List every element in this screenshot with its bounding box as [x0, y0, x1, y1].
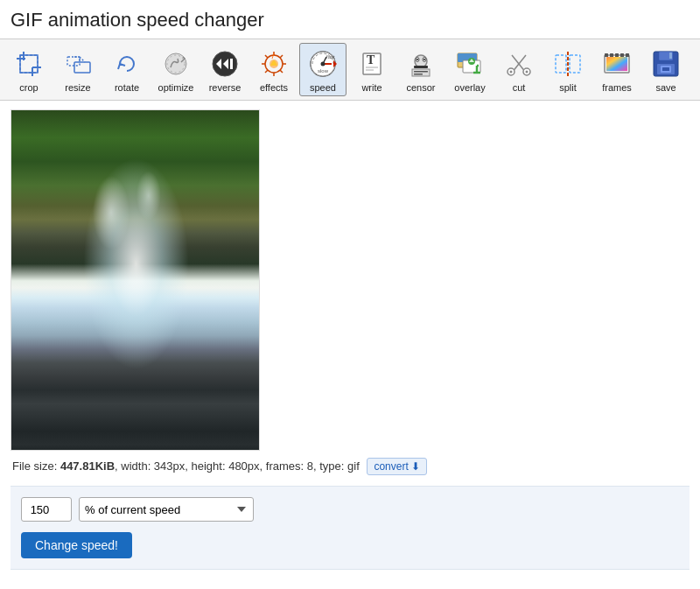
crop-icon — [12, 47, 46, 81]
svg-rect-71 — [669, 53, 672, 59]
svg-rect-6 — [67, 57, 80, 66]
optimize-icon — [159, 47, 192, 81]
resize-label: resize — [65, 82, 90, 93]
tool-write[interactable]: T write — [348, 43, 396, 96]
overlay-label: overlay — [454, 82, 485, 93]
svg-rect-65 — [610, 53, 613, 57]
overlay-icon — [453, 47, 486, 81]
resize-icon — [61, 47, 94, 81]
page-title: GIF animation speed changer — [0, 0, 700, 39]
speed-row: % of current speed % of original speed n… — [21, 497, 679, 522]
svg-rect-68 — [626, 53, 629, 57]
tool-censor[interactable]: censor — [397, 43, 444, 96]
rotate-label: rotate — [115, 82, 139, 93]
svg-rect-43 — [414, 71, 428, 73]
tool-rotate[interactable]: rotate — [103, 43, 150, 96]
svg-rect-42 — [412, 69, 430, 76]
tool-resize[interactable]: resize — [54, 43, 102, 96]
cut-icon — [502, 47, 536, 81]
svg-point-39 — [416, 59, 418, 60]
speed-icon: slow fast — [306, 47, 340, 81]
convert-download-icon: ⬇ — [411, 460, 420, 473]
tool-crop[interactable]: crop — [5, 43, 52, 96]
gif-preview — [10, 109, 260, 451]
file-size-label: File size: — [12, 459, 60, 473]
split-icon — [551, 47, 584, 81]
file-type: gif — [347, 459, 360, 473]
file-size-value: 447.81KiB — [60, 459, 115, 473]
tool-speed[interactable]: slow fast speed — [299, 43, 346, 96]
file-height: 480px — [228, 459, 259, 473]
svg-line-20 — [265, 55, 268, 58]
save-label: save — [655, 82, 676, 93]
speed-section: % of current speed % of original speed n… — [10, 486, 690, 570]
main-content: File size: 447.81KiB, width: 343px, heig… — [0, 101, 700, 578]
save-icon — [649, 47, 682, 81]
file-frames: 8 — [307, 459, 313, 473]
svg-point-40 — [424, 59, 425, 60]
tool-effects[interactable]: effects — [250, 43, 298, 96]
tool-reverse[interactable]: reverse — [201, 43, 248, 96]
split-label: split — [559, 82, 577, 93]
crop-label: crop — [19, 82, 38, 93]
cut-label: cut — [513, 82, 526, 93]
svg-line-22 — [280, 55, 283, 58]
rotate-icon — [110, 47, 144, 81]
tool-overlay[interactable]: overlay — [446, 43, 494, 96]
svg-rect-63 — [606, 57, 627, 71]
frames-icon — [600, 47, 634, 81]
file-info-bar: File size: 447.81KiB, width: 343px, heig… — [10, 451, 690, 482]
svg-rect-74 — [662, 67, 669, 71]
effects-icon — [257, 47, 290, 81]
svg-point-9 — [165, 53, 186, 74]
speed-mode-select[interactable]: % of current speed % of original speed n… — [79, 497, 254, 522]
file-dimensions-label: , width: — [115, 459, 154, 473]
censor-icon — [404, 47, 438, 81]
speed-label: speed — [310, 82, 336, 93]
svg-rect-44 — [414, 74, 423, 75]
svg-text:slow: slow — [318, 68, 329, 74]
svg-rect-41 — [414, 66, 428, 68]
optimize-label: optimize — [158, 82, 194, 93]
svg-line-21 — [280, 70, 283, 73]
svg-rect-59 — [556, 55, 566, 73]
gif-image — [11, 110, 260, 451]
censor-label: censor — [406, 82, 435, 93]
svg-rect-14 — [230, 59, 233, 69]
write-icon: T — [355, 47, 388, 81]
write-label: write — [361, 82, 382, 93]
svg-line-23 — [265, 70, 268, 73]
svg-line-8 — [80, 57, 85, 62]
change-speed-button[interactable]: Change speed! — [21, 532, 132, 558]
file-width: 343px — [154, 459, 185, 473]
svg-text:fast: fast — [326, 54, 335, 60]
tool-cut[interactable]: cut — [495, 43, 542, 96]
svg-rect-7 — [74, 62, 90, 73]
svg-point-58 — [526, 71, 528, 74]
tool-split[interactable]: split — [544, 43, 592, 96]
svg-point-57 — [510, 71, 513, 74]
tool-optimize[interactable]: optimize — [152, 43, 200, 96]
svg-point-28 — [321, 62, 326, 67]
convert-label: convert — [374, 460, 408, 473]
svg-rect-66 — [615, 53, 619, 57]
svg-text:T: T — [367, 53, 375, 67]
convert-button[interactable]: convert ⬇ — [367, 458, 426, 475]
reverse-icon — [208, 47, 242, 81]
svg-rect-60 — [570, 55, 580, 73]
toolbar: crop resize rotate — [0, 39, 700, 101]
frames-label: frames — [602, 82, 632, 93]
tool-save[interactable]: save — [642, 43, 690, 96]
svg-rect-64 — [605, 53, 608, 57]
effects-label: effects — [260, 82, 288, 93]
svg-line-25 — [272, 53, 274, 59]
svg-rect-67 — [620, 53, 624, 57]
reverse-label: reverse — [209, 82, 242, 93]
tool-frames[interactable]: frames — [593, 43, 640, 96]
speed-value-input[interactable] — [21, 497, 72, 522]
